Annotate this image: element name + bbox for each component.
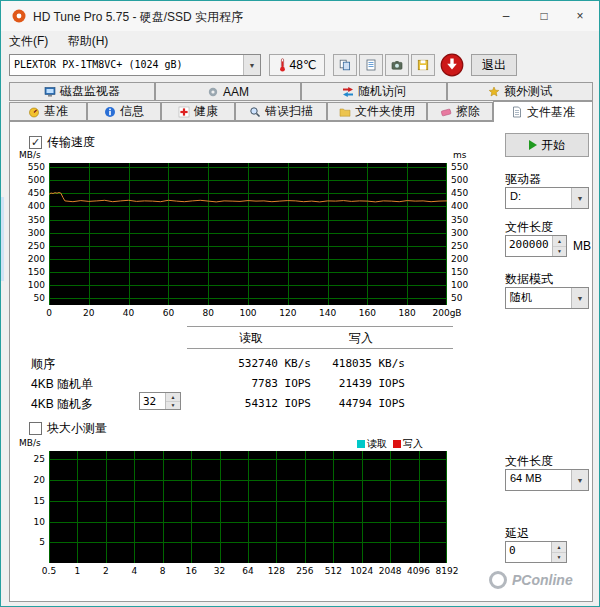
- tab-file-benchmark[interactable]: 文件基准: [493, 101, 593, 122]
- axis-tick-label: 250: [19, 241, 45, 251]
- benchmark-icon: [28, 106, 40, 118]
- tab-random-access[interactable]: 随机访问: [301, 82, 447, 101]
- axis-tick-label: 350: [19, 215, 45, 225]
- block-size-chart: 5101520250.51248163264128256512102420484…: [21, 433, 481, 593]
- y-axis-unit-label: MB/s: [19, 150, 49, 160]
- latency-stepper[interactable]: 0 ▲▼: [505, 541, 567, 563]
- error-scan-icon: [249, 106, 261, 118]
- file-length2-label: 文件长度: [505, 453, 553, 470]
- tab-extra-tests[interactable]: 额外测试: [447, 82, 593, 101]
- maximize-icon: □: [540, 9, 547, 23]
- axis-tick-label: 400: [19, 201, 45, 211]
- tab-benchmark[interactable]: 基准: [9, 102, 87, 121]
- data-mode-select[interactable]: 随机 ▼: [505, 287, 589, 309]
- tab-label: 文件基准: [527, 104, 575, 121]
- copy-text-button[interactable]: [359, 54, 383, 76]
- start-button[interactable]: 开始: [505, 133, 589, 157]
- tab-label: 擦除: [456, 103, 480, 120]
- screenshot-button[interactable]: [385, 54, 409, 76]
- play-icon: [529, 140, 537, 150]
- transfer-speed-checkbox[interactable]: ✓ 传输速度: [29, 134, 95, 151]
- tab-disk-monitor[interactable]: 磁盘监视器: [9, 82, 155, 101]
- column-header-read: 读取: [191, 330, 311, 347]
- axis-tick-label: 80: [190, 308, 226, 318]
- save-button[interactable]: [411, 54, 435, 76]
- tab-folder-usage[interactable]: 文件夹使用: [327, 102, 427, 121]
- axis-tick-label: 200: [19, 254, 45, 264]
- extra-tests-icon: [488, 86, 500, 98]
- data-mode-value: 随机: [506, 288, 571, 308]
- stepper-arrows[interactable]: ▲▼: [552, 236, 566, 256]
- download-icon: [440, 53, 464, 77]
- random-access-icon: [342, 86, 354, 98]
- drive-select[interactable]: D: ▼: [505, 187, 589, 209]
- exit-button[interactable]: 退出: [471, 54, 517, 76]
- queue-depth-value: 32: [140, 393, 165, 409]
- axis-tick-label: 100: [19, 280, 45, 290]
- legend-item: 写入: [393, 437, 423, 451]
- tab-aam[interactable]: AAM: [155, 82, 301, 101]
- tab-info[interactable]: 信息: [87, 102, 161, 121]
- file-length-stepper[interactable]: 200000 ▲▼: [505, 235, 567, 257]
- aam-icon: [207, 86, 219, 98]
- file-length2-select[interactable]: 64 MB ▼: [505, 469, 589, 491]
- camera-icon: [391, 59, 403, 71]
- pconline-logo-icon: [489, 571, 507, 589]
- minimize-button[interactable]: –: [487, 1, 525, 31]
- chevron-down-icon: ▼: [571, 470, 588, 490]
- chart-legend: 读取写入: [357, 437, 423, 451]
- disk-monitor-icon: [44, 86, 56, 98]
- data-mode-label: 数据模式: [505, 271, 553, 288]
- axis-tick-label: 20: [71, 308, 107, 318]
- chevron-down-icon: ▼: [571, 188, 588, 208]
- legend-item: 读取: [357, 437, 387, 451]
- axis-tick-label: 500: [451, 175, 477, 185]
- axis-tick-label: 450: [19, 188, 45, 198]
- axis-tick-label: 40: [111, 308, 147, 318]
- axis-tick-label: 8192: [429, 566, 465, 576]
- close-button[interactable]: ×: [561, 1, 599, 31]
- latency-label: 延迟: [505, 525, 529, 542]
- axis-tick-label: 500: [19, 175, 45, 185]
- axis-tick-label: 50: [19, 293, 45, 303]
- stepper-arrows[interactable]: ▲▼: [165, 393, 180, 409]
- axis-tick-label: 20: [19, 475, 45, 485]
- tab-erase[interactable]: 擦除: [427, 102, 493, 121]
- device-select[interactable]: PLEXTOR PX-1TM8VC+ (1024 gB) ▼: [9, 54, 261, 76]
- axis-tick-label: 450: [451, 188, 477, 198]
- 4kb-multi-write-value: 44794 IOPS: [317, 397, 405, 410]
- file-length-unit: MB: [573, 239, 591, 253]
- update-button[interactable]: [439, 52, 465, 78]
- axis-tick-label: 100: [451, 280, 477, 290]
- axis-tick-label: 250: [451, 241, 477, 251]
- chart-plot-area: [49, 163, 447, 305]
- temperature-indicator: 48℃: [269, 54, 325, 76]
- axis-tick-label: 0: [31, 308, 67, 318]
- tab-error-scan[interactable]: 错误扫描: [235, 102, 327, 121]
- queue-depth-stepper[interactable]: 32 ▲▼: [139, 392, 181, 410]
- menu-help[interactable]: 帮助(H): [60, 31, 117, 52]
- axis-tick-label: 15: [19, 496, 45, 506]
- file-length-label: 文件长度: [505, 219, 553, 236]
- stepper-up-icon: ▲: [166, 393, 180, 402]
- maximize-button[interactable]: □: [525, 1, 563, 31]
- stepper-down-icon: ▼: [166, 402, 180, 410]
- pconline-watermark-text: PConline: [512, 572, 573, 588]
- health-icon: [178, 106, 190, 118]
- copy-text-icon: [365, 59, 377, 71]
- stepper-down-icon: ▼: [553, 247, 566, 257]
- app-icon: [11, 8, 27, 24]
- checkbox-box: ✓: [29, 136, 42, 149]
- tab-health[interactable]: 健康: [161, 102, 235, 121]
- axis-tick-label: 550: [451, 162, 477, 172]
- 4kb-single-write-value: 21439 IOPS: [317, 377, 405, 390]
- chevron-down-icon: ▼: [571, 288, 588, 308]
- axis-tick-label: 180: [389, 308, 425, 318]
- axis-tick-label: 10: [19, 517, 45, 527]
- stepper-down-icon: ▼: [552, 553, 566, 563]
- menu-file[interactable]: 文件(F): [1, 31, 56, 52]
- stepper-arrows[interactable]: ▲▼: [551, 542, 566, 562]
- copy-image-button[interactable]: [333, 54, 357, 76]
- axis-tick-label: 120: [270, 308, 306, 318]
- background-window-sliver: [1, 197, 4, 281]
